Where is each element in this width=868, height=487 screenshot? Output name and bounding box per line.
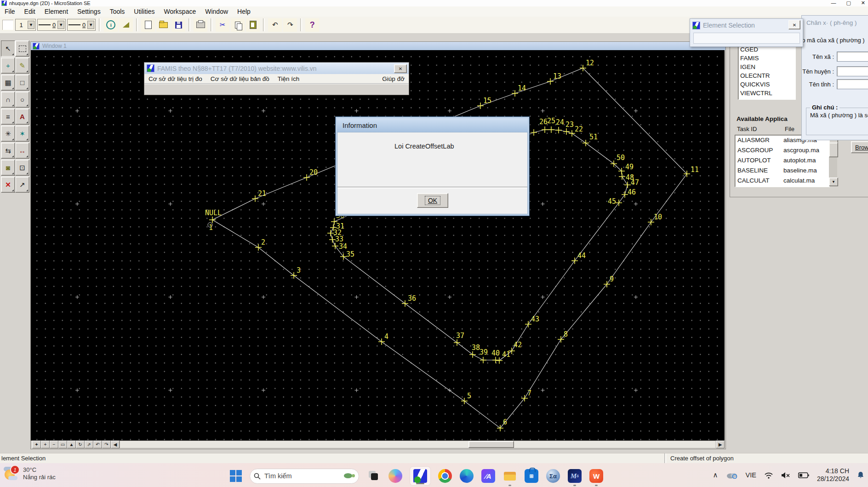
language-indicator[interactable]: VIE [746, 471, 756, 479]
ten-tinh-field[interactable] [837, 79, 868, 89]
open-file-button[interactable] [156, 18, 170, 32]
maximize-button[interactable]: ▢ [846, 0, 851, 6]
tool-measure[interactable]: ↔ [15, 143, 29, 159]
redo-button[interactable]: ↷ [283, 18, 297, 32]
famis-menu-help[interactable]: Giúp đỡ [378, 75, 409, 82]
information-dialog-titlebar[interactable]: Information [337, 118, 528, 132]
microsoft-store-icon[interactable]: ⊞ [525, 469, 538, 483]
microstation-taskbar-active[interactable] [410, 467, 430, 485]
paste-button[interactable] [246, 18, 260, 32]
chan-dialog-titlebar[interactable]: Chăn x· ( ph-êng ) [802, 17, 868, 28]
famis-menu-tri-do[interactable]: Cơ sở dữ liệu trị đo [144, 75, 206, 82]
save-button[interactable] [171, 18, 185, 32]
tool-points[interactable]: + [1, 57, 15, 74]
browse-button[interactable]: Brow [851, 141, 868, 153]
tool-tags[interactable]: ≡ [1, 109, 15, 125]
cut-button[interactable]: ✂ [216, 18, 229, 32]
menu-help[interactable]: Help [233, 8, 255, 15]
menu-utilities[interactable]: Utilities [129, 8, 159, 15]
fit-view-button[interactable]: ▲ [67, 441, 76, 448]
search-box[interactable]: Tìm kiếm [250, 469, 359, 484]
tool-change-attributes[interactable]: ✎ [15, 57, 29, 74]
list-item[interactable]: VIEWCTRL [738, 89, 795, 97]
purple-app-icon[interactable]: ∕A [481, 469, 495, 483]
pan-view-button[interactable]: ⇗ [85, 441, 93, 448]
ten-xa-field[interactable] [837, 52, 868, 62]
tool-cells[interactable]: ✳ [1, 126, 15, 142]
file-explorer-icon[interactable] [503, 469, 517, 483]
tool-fence[interactable] [15, 40, 29, 57]
zoom-out-button[interactable]: − [50, 441, 58, 448]
tool-point-star[interactable]: ✶ [15, 126, 29, 142]
scrollbar-thumb[interactable] [829, 143, 838, 157]
level-dropdown[interactable]: 1▼ [15, 19, 36, 31]
scroll-right-button[interactable]: ▶ [716, 441, 725, 448]
weather-widget[interactable]: 1 30°C Nắng rải rác [4, 466, 56, 481]
famis-menu-tien-ich[interactable]: Tiện ích [274, 75, 304, 82]
famis-menu-ban-do[interactable]: Cơ sở dữ liệu bản đồ [206, 75, 274, 82]
close-button[interactable]: ✕ [861, 0, 865, 6]
famis-close-button[interactable]: ✕ [394, 64, 407, 73]
horizontal-scrollbar[interactable] [120, 441, 716, 448]
list-item[interactable]: IGEN [738, 63, 795, 71]
drawing-canvas[interactable]: NULL121201514131211109876543230313233343… [31, 50, 725, 441]
list-item[interactable]: QUICKVIS [738, 80, 795, 89]
help-button[interactable]: ? [305, 18, 319, 32]
element-selection-titlebar[interactable]: Element Selection [690, 20, 803, 31]
new-file-button[interactable] [141, 18, 155, 32]
tool-color-palette[interactable]: ◙ [1, 160, 15, 176]
task-view-button[interactable] [367, 469, 381, 483]
tool-patterns[interactable]: ▦ [1, 74, 15, 91]
minimize-button[interactable]: — [831, 0, 836, 6]
tool-dimensions[interactable]: ⇆ [1, 143, 15, 159]
edge-icon[interactable] [460, 469, 474, 483]
menu-file[interactable]: File [0, 8, 20, 15]
tool-arcs[interactable]: ∩ [1, 92, 15, 108]
copilot-icon[interactable] [388, 469, 402, 483]
tool-polygons[interactable]: □ [15, 74, 29, 91]
rotate-view-button[interactable]: ↻ [76, 441, 85, 448]
applications-list[interactable]: ALIASMGRaliasmgr.ma ASCGROUPascgroup.ma … [735, 135, 830, 187]
window-area-button[interactable]: ▭ [58, 441, 67, 448]
menu-tools[interactable]: Tools [105, 8, 130, 15]
famis-titlebar[interactable]: FAMIS theo N§88+TT17 (T7/2010) website:w… [144, 63, 409, 74]
spss-icon[interactable]: Σα [546, 469, 560, 483]
chrome-icon[interactable] [438, 469, 452, 483]
list-item[interactable]: FAMIS [738, 54, 795, 63]
active-color-swatch[interactable] [2, 19, 14, 30]
element-selection-close-button[interactable]: ✕ [788, 20, 800, 29]
volume-muted-icon[interactable] [781, 472, 790, 479]
line-style-dropdown[interactable]: 0▼ [37, 19, 66, 31]
scroll-left-button[interactable]: ◀ [111, 441, 120, 448]
vertical-scrollbar[interactable]: ▲ ▼ [829, 135, 837, 186]
start-button[interactable] [230, 470, 242, 482]
menu-settings[interactable]: Settings [73, 8, 105, 15]
menu-edit[interactable]: Edit [20, 8, 40, 15]
analyze-button[interactable] [119, 18, 133, 32]
mdl-command-list[interactable]: CGED FAMIS IGEN OLECNTR QUICKVIS VIEWCTR… [738, 45, 796, 100]
menu-workspace[interactable]: Workspace [159, 8, 200, 15]
view-next-button[interactable]: ↷ [102, 441, 111, 448]
table-row[interactable]: CALCULATcalculat.ma [735, 176, 829, 186]
notification-bell-icon[interactable] [857, 471, 864, 479]
tool-ellipses[interactable]: ○ [15, 92, 29, 108]
zoom-in-button[interactable]: + [41, 441, 50, 448]
tool-element-selection[interactable]: ↖ [1, 40, 15, 57]
table-row[interactable]: ASCGROUPascgroup.ma [735, 145, 829, 155]
wps-office-icon[interactable]: W [589, 469, 603, 483]
tool-modify[interactable]: ↗ [15, 177, 29, 193]
copy-button[interactable] [231, 18, 245, 32]
wifi-icon[interactable] [764, 472, 773, 479]
table-row[interactable]: BASELINEbaseline.ma [735, 166, 829, 176]
clock-widget[interactable]: 4:18 CH 28/12/2024 [817, 467, 849, 483]
mathtype-icon[interactable]: Mδ [568, 469, 582, 483]
view-previous-button[interactable]: ↶ [93, 441, 102, 448]
undo-button[interactable]: ↶ [268, 18, 282, 32]
scroll-down-button[interactable]: ▼ [829, 178, 838, 186]
scrollbar-thumb[interactable] [468, 441, 514, 448]
onedrive-cloud-icon[interactable] [726, 471, 738, 479]
battery-icon[interactable] [798, 472, 809, 478]
ten-huyen-field[interactable] [837, 66, 868, 76]
element-info-button[interactable]: i [104, 18, 118, 32]
menu-element[interactable]: Element [40, 8, 73, 15]
